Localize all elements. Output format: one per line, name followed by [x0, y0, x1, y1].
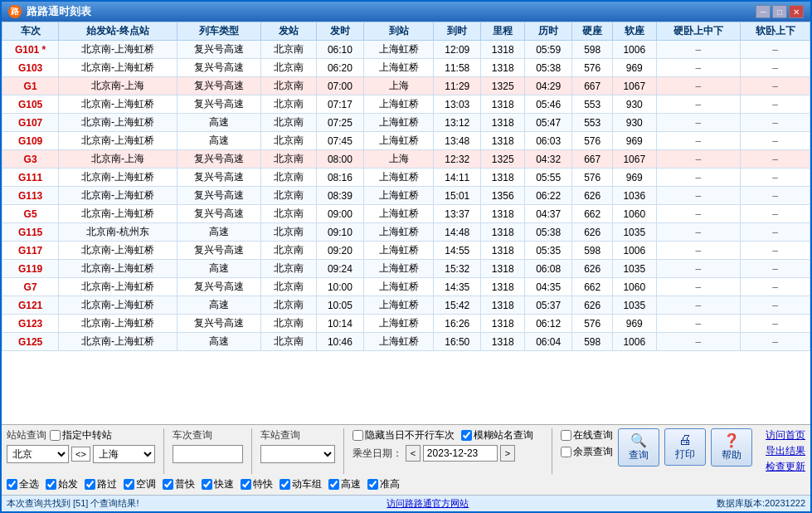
table-row[interactable]: G117北京南-上海虹桥复兴号高速北京南09:20上海虹桥14:55131805… — [2, 242, 810, 260]
check-update-link[interactable]: 检查更新 — [766, 460, 805, 474]
remaining-checkbox[interactable] — [561, 447, 571, 457]
table-row[interactable]: G123北京南-上海虹桥复兴号高速北京南10:14上海虹桥16:26131806… — [2, 315, 810, 333]
online-label: 在线查询 — [561, 428, 613, 442]
query-button[interactable]: 🔍 查询 — [618, 428, 659, 467]
col-hardsleeper: 硬卧上中下 — [656, 22, 741, 41]
minimize-button[interactable]: ─ — [756, 5, 771, 18]
cell-type: 高速 — [177, 296, 261, 315]
cell-from: 北京南 — [261, 95, 316, 114]
date-next-button[interactable]: > — [500, 445, 515, 462]
from-station-select[interactable]: 北京 — [7, 445, 69, 463]
hs-checkbox[interactable] — [328, 479, 339, 490]
table-row[interactable]: G119北京南-上海虹桥高速北京南09:24上海虹桥15:32131806:08… — [2, 260, 810, 278]
cell-softseat: 969 — [612, 169, 656, 187]
cell-softseat: 1035 — [612, 223, 656, 242]
cell-from: 北京南 — [261, 114, 316, 132]
table-container[interactable]: 车次 始发站-终点站 列车类型 发站 发时 到站 到时 里程 历时 硬座 软座 … — [2, 22, 810, 424]
via-checkbox-label: 路过 — [85, 477, 117, 491]
train-query-input[interactable] — [173, 445, 243, 463]
table-row[interactable]: G7北京南-上海虹桥复兴号高速北京南10:00上海虹桥14:35131804:3… — [2, 278, 810, 296]
specify-via-checkbox[interactable] — [50, 430, 61, 441]
cell-trainnum: G1 — [2, 77, 59, 95]
table-row[interactable]: G1北京南-上海复兴号高速北京南07:00上海11:29132504:29667… — [2, 77, 810, 95]
cell-from: 北京南 — [261, 260, 316, 278]
table-row[interactable]: G3北京南-上海复兴号高速北京南08:00上海12:32132504:32667… — [2, 150, 810, 169]
origin-checkbox[interactable] — [46, 479, 56, 490]
to-station-select[interactable]: 上海 — [93, 445, 155, 463]
cell-arrive: 14:55 — [434, 242, 481, 260]
all-checkbox[interactable] — [7, 479, 17, 490]
cell-type: 高速 — [177, 333, 261, 351]
hide-trains-checkbox[interactable] — [353, 430, 363, 441]
cell-to: 上海虹桥 — [364, 187, 434, 205]
ac-checkbox[interactable] — [124, 479, 134, 490]
table-row[interactable]: G113北京南-上海虹桥复兴号高速北京南08:39上海虹桥15:01135606… — [2, 187, 810, 205]
table-row[interactable]: G5北京南-上海虹桥复兴号高速北京南09:00上海虹桥13:37131804:3… — [2, 205, 810, 223]
visit-home-link[interactable]: 访问首页 — [766, 428, 805, 442]
date-prev-button[interactable]: < — [406, 445, 421, 462]
cell-dist: 1318 — [481, 169, 525, 187]
table-row[interactable]: G101 *北京南-上海虹桥复兴号高速北京南06:10上海虹桥12:091318… — [2, 41, 810, 59]
table-row[interactable]: G121北京南-上海虹桥高速北京南10:05上海虹桥15:42131805:37… — [2, 296, 810, 315]
table-row[interactable]: G125北京南-上海虹桥高速北京南10:46上海虹桥16:50131806:04… — [2, 333, 810, 351]
close-button[interactable]: ✕ — [789, 5, 804, 18]
cell-hardsleeper: – — [656, 150, 741, 169]
col-dur: 历时 — [524, 22, 571, 41]
cell-softsleeper: – — [741, 77, 810, 95]
table-row[interactable]: G115北京南-杭州东高速北京南09:10上海虹桥14:48131805:386… — [2, 223, 810, 242]
table-row[interactable]: G111北京南-上海虹桥复兴号高速北京南08:16上海虹桥14:11131805… — [2, 169, 810, 187]
online-checkbox[interactable] — [561, 430, 571, 441]
official-website-link[interactable]: 访问路路通官方网站 — [387, 497, 469, 510]
cell-softsleeper: – — [741, 333, 810, 351]
col-arrive: 到时 — [434, 22, 481, 41]
cell-dur: 04:32 — [524, 150, 571, 169]
db-version: 数据库版本:20231222 — [717, 497, 805, 510]
fuzzy-text: 模糊站名查询 — [474, 428, 533, 442]
export-link[interactable]: 导出结果 — [766, 444, 805, 458]
print-button[interactable]: 🖨 打印 — [664, 428, 706, 466]
kk-checkbox[interactable] — [202, 479, 212, 490]
pu-checkbox[interactable] — [163, 479, 173, 490]
cell-depart: 09:00 — [316, 205, 363, 223]
app-icon: 路 — [8, 5, 22, 18]
help-btn-label: 帮助 — [722, 448, 741, 462]
table-row[interactable]: G105北京南-上海虹桥复兴号高速北京南07:17上海虹桥13:03131805… — [2, 95, 810, 114]
titlebar: 路 路路通时刻表 ─ □ ✕ — [2, 2, 810, 22]
fuzzy-checkbox[interactable] — [461, 430, 472, 441]
cell-dur: 05:46 — [524, 95, 571, 114]
swap-stations-button[interactable]: <> — [71, 447, 90, 462]
cell-dur: 05:38 — [524, 223, 571, 242]
cell-type: 复兴号高速 — [177, 242, 261, 260]
divider-2 — [251, 428, 252, 474]
cell-to: 上海 — [364, 77, 434, 95]
cell-trainnum: G121 — [2, 296, 59, 315]
zg-checkbox[interactable] — [367, 479, 378, 490]
cell-hardsleeper: – — [656, 59, 741, 77]
table-row[interactable]: G107北京南-上海虹桥高速北京南07:25上海虹桥13:12131805:47… — [2, 114, 810, 132]
via-checkbox[interactable] — [85, 479, 95, 490]
table-row[interactable]: G109北京南-上海虹桥高速北京南07:45上海虹桥13:48131806:03… — [2, 132, 810, 150]
cell-softsleeper: – — [741, 223, 810, 242]
maximize-button[interactable]: □ — [772, 5, 787, 18]
cell-route: 北京南-上海虹桥 — [59, 315, 177, 333]
pu-checkbox-label: 普快 — [163, 477, 195, 491]
cell-hardseat: 553 — [572, 114, 613, 132]
cell-dist: 1318 — [481, 41, 525, 59]
kk-label: 快速 — [214, 477, 234, 491]
cell-depart: 07:00 — [316, 77, 363, 95]
table-row[interactable]: G103北京南-上海虹桥复兴号高速北京南06:20上海虹桥11:58131805… — [2, 59, 810, 77]
cell-arrive: 14:11 — [434, 169, 481, 187]
cell-type: 高速 — [177, 223, 261, 242]
cell-hardsleeper: – — [656, 242, 741, 260]
help-button[interactable]: ❓ 帮助 — [711, 428, 752, 467]
dc-checkbox-label: 动车组 — [280, 477, 322, 491]
cell-dur: 05:55 — [524, 169, 571, 187]
cell-route: 北京南-上海虹桥 — [59, 242, 177, 260]
tk-checkbox[interactable] — [241, 479, 251, 490]
station-search-select[interactable] — [260, 445, 335, 463]
cell-from: 北京南 — [261, 242, 316, 260]
dc-checkbox[interactable] — [280, 479, 290, 490]
cell-softseat: 1036 — [612, 187, 656, 205]
cell-depart: 07:17 — [316, 95, 363, 114]
date-input[interactable] — [423, 445, 498, 462]
